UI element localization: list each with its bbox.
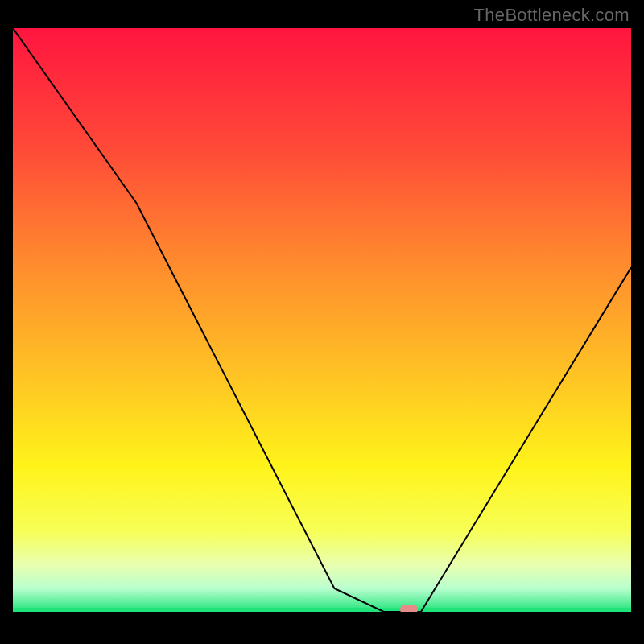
optimal-marker — [400, 605, 418, 612]
baseline — [13, 608, 631, 612]
plot-area — [13, 28, 631, 612]
bottleneck-chart — [13, 28, 631, 612]
gradient-background — [13, 28, 631, 612]
watermark-text: TheBottleneck.com — [474, 5, 630, 26]
chart-frame: TheBottleneck.com — [0, 0, 644, 644]
